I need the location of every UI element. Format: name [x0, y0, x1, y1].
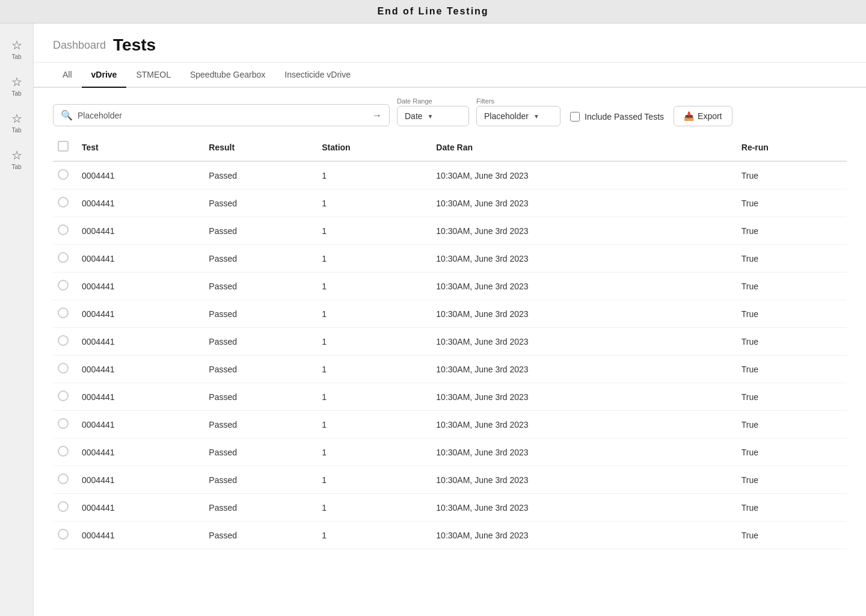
sidebar-label-1: Tab — [11, 54, 21, 60]
row-station: 1 — [317, 217, 431, 245]
table-row: 0004441 Passed 1 10:30AM, June 3rd 2023 … — [53, 217, 847, 245]
row-date-ran: 10:30AM, June 3rd 2023 — [431, 466, 736, 494]
main-content: Dashboard Tests All vDrive STMEOL Speedt… — [34, 23, 866, 616]
row-rerun: True — [737, 161, 847, 189]
row-date-ran: 10:30AM, June 3rd 2023 — [431, 300, 736, 328]
row-date-ran: 10:30AM, June 3rd 2023 — [431, 494, 736, 522]
search-box[interactable]: 🔍 → — [53, 104, 390, 126]
table-header-row: Test Result Station Date Ran Re-run — [53, 134, 847, 161]
row-date-ran: 10:30AM, June 3rd 2023 — [431, 383, 736, 411]
row-rerun: True — [737, 273, 847, 300]
row-result: Passed — [204, 245, 317, 273]
row-rerun: True — [737, 466, 847, 494]
col-rerun: Re-run — [737, 134, 847, 161]
row-result: Passed — [204, 356, 317, 383]
table-row: 0004441 Passed 1 10:30AM, June 3rd 2023 … — [53, 494, 847, 522]
row-rerun: True — [737, 300, 847, 328]
row-test: 0004441 — [77, 189, 204, 217]
search-arrow-icon[interactable]: → — [372, 110, 382, 121]
row-checkbox-cell[interactable] — [53, 494, 77, 522]
tab-speedtube[interactable]: Speedtube Gearbox — [180, 63, 275, 88]
row-checkbox[interactable] — [58, 418, 69, 429]
row-result: Passed — [204, 161, 317, 189]
row-checkbox[interactable] — [58, 501, 69, 512]
row-date-ran: 10:30AM, June 3rd 2023 — [431, 217, 736, 245]
row-checkbox[interactable] — [58, 473, 69, 484]
sidebar-item-tab1[interactable]: ☆ Tab — [2, 33, 31, 65]
tab-all[interactable]: All — [53, 63, 82, 88]
row-test: 0004441 — [77, 356, 204, 383]
filters-label: Filters — [476, 97, 560, 105]
tab-vdrive[interactable]: vDrive — [82, 63, 127, 88]
select-all-checkbox[interactable] — [58, 141, 69, 152]
tab-stmeol[interactable]: STMEOL — [126, 63, 180, 88]
row-checkbox[interactable] — [58, 529, 69, 540]
search-input[interactable] — [78, 111, 367, 120]
row-checkbox-cell[interactable] — [53, 522, 77, 549]
export-button[interactable]: 📥 Export — [674, 106, 732, 126]
row-checkbox-cell[interactable] — [53, 356, 77, 383]
app-title: End of Line Testing — [377, 6, 488, 16]
row-checkbox[interactable] — [58, 197, 69, 208]
row-station: 1 — [317, 356, 431, 383]
sidebar-item-tab4[interactable]: ☆ Tab — [2, 143, 31, 175]
row-checkbox-cell[interactable] — [53, 161, 77, 189]
row-checkbox[interactable] — [58, 252, 69, 263]
filter-group: Filters Placeholder ▼ — [476, 97, 560, 126]
row-checkbox[interactable] — [58, 363, 69, 374]
row-checkbox-cell[interactable] — [53, 300, 77, 328]
table-row: 0004441 Passed 1 10:30AM, June 3rd 2023 … — [53, 411, 847, 439]
tab-insecticide[interactable]: Insecticide vDrive — [275, 63, 360, 88]
row-test: 0004441 — [77, 273, 204, 300]
include-passed-text: Include Passed Tests — [585, 112, 664, 122]
row-checkbox-cell[interactable] — [53, 273, 77, 300]
row-checkbox-cell[interactable] — [53, 217, 77, 245]
row-rerun: True — [737, 383, 847, 411]
row-checkbox[interactable] — [58, 169, 69, 180]
date-range-label: Date Range — [397, 97, 469, 105]
row-checkbox-cell[interactable] — [53, 245, 77, 273]
row-checkbox[interactable] — [58, 446, 69, 457]
row-rerun: True — [737, 522, 847, 549]
row-test: 0004441 — [77, 328, 204, 356]
sidebar-item-tab3[interactable]: ☆ Tab — [2, 106, 31, 138]
row-result: Passed — [204, 300, 317, 328]
row-station: 1 — [317, 245, 431, 273]
chevron-down-icon: ▼ — [428, 113, 434, 120]
include-passed-label[interactable]: Include Passed Tests — [568, 107, 666, 126]
row-checkbox[interactable] — [58, 307, 69, 318]
row-checkbox-cell[interactable] — [53, 466, 77, 494]
filter-select[interactable]: Placeholder ▼ — [476, 106, 560, 126]
table-row: 0004441 Passed 1 10:30AM, June 3rd 2023 … — [53, 383, 847, 411]
date-range-select[interactable]: Date ▼ — [397, 106, 469, 126]
row-rerun: True — [737, 328, 847, 356]
sidebar-item-tab2[interactable]: ☆ Tab — [2, 70, 31, 102]
sidebar-label-2: Tab — [11, 90, 21, 97]
row-rerun: True — [737, 189, 847, 217]
date-value: Date — [405, 111, 423, 121]
row-result: Passed — [204, 383, 317, 411]
star-icon-3: ☆ — [11, 111, 22, 126]
row-checkbox-cell[interactable] — [53, 189, 77, 217]
row-test: 0004441 — [77, 300, 204, 328]
star-icon-2: ☆ — [11, 75, 22, 89]
row-test: 0004441 — [77, 161, 204, 189]
table-row: 0004441 Passed 1 10:30AM, June 3rd 2023 … — [53, 300, 847, 328]
date-range-group: Date Range Date ▼ — [397, 97, 469, 126]
row-checkbox-cell[interactable] — [53, 439, 77, 466]
toolbar: 🔍 → Date Range Date ▼ Filters Placeholde… — [34, 88, 866, 134]
col-date-ran: Date Ran — [431, 134, 736, 161]
row-station: 1 — [317, 466, 431, 494]
row-checkbox[interactable] — [58, 335, 69, 346]
row-checkbox-cell[interactable] — [53, 411, 77, 439]
include-passed-checkbox[interactable] — [570, 112, 580, 122]
row-checkbox-cell[interactable] — [53, 328, 77, 356]
table-row: 0004441 Passed 1 10:30AM, June 3rd 2023 … — [53, 161, 847, 189]
row-checkbox[interactable] — [58, 280, 69, 291]
row-result: Passed — [204, 189, 317, 217]
row-checkbox[interactable] — [58, 390, 69, 401]
col-test: Test — [77, 134, 204, 161]
row-test: 0004441 — [77, 522, 204, 549]
row-checkbox-cell[interactable] — [53, 383, 77, 411]
row-checkbox[interactable] — [58, 224, 69, 235]
